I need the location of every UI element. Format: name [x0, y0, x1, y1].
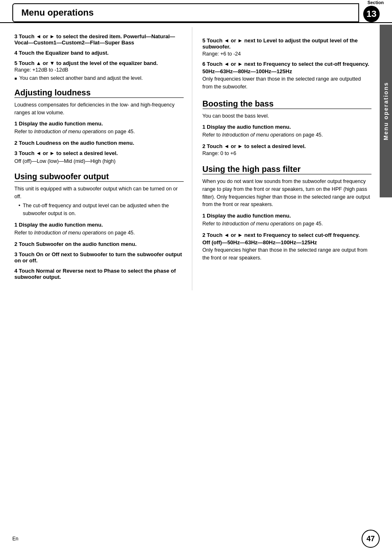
usw-step3: 3 Touch On or Off next to Subwoofer to t…	[14, 251, 184, 264]
usw-step4: 4 Touch Normal or Reverse next to Phase …	[14, 268, 184, 280]
sidebar-label-text: Menu operations	[383, 82, 389, 140]
bb-step1-refer: Introduction of menu operations	[222, 132, 294, 138]
bb-step2-heading: 2 Touch ◄ or ► to select a desired level…	[203, 143, 372, 149]
step-3-heading: 3 Touch ◄ or ► to select the desired ite…	[14, 33, 122, 39]
page: Menu operations Section 13 Menu operatio…	[0, 0, 392, 556]
bb-step1-heading: 1 Display the audio function menu.	[203, 124, 372, 130]
bb-step1-body: Refer to Introduction of menu operations…	[203, 131, 372, 139]
header-bar: Menu operations Section 13	[0, 0, 392, 23]
page-title: Menu operations	[12, 3, 359, 22]
al-step1: 1 Display the audio function menu. Refer…	[14, 120, 184, 136]
usw-bullet: The cut-off frequency and output level c…	[18, 202, 184, 218]
footer: En 47	[0, 530, 392, 548]
adjusting-loudness-heading: Adjusting loudness	[14, 88, 184, 98]
boosting-bass-heading: Boosting the bass	[203, 99, 372, 109]
using-subwoofer-body: This unit is equipped with a subwoofer o…	[14, 185, 184, 201]
step-5-bullet: You can then select another band and adj…	[14, 74, 184, 82]
rc-step6-heading: 6 Touch ◄ or ► next to Frequency to sele…	[203, 61, 372, 67]
usw-step4-heading: 4 Touch Normal or Reverse next to Phase …	[14, 268, 184, 280]
using-subwoofer-heading: Using subwoofer output	[14, 172, 184, 182]
rc-step6-body: Only frequencies lower than those in the…	[203, 75, 372, 91]
hpf-step2-body: Only frequencies higher than those in th…	[203, 246, 372, 262]
usw-step2: 2 Touch Subwoofer on the audio function …	[14, 241, 184, 247]
hpf-step1-heading: 1 Display the audio function menu.	[203, 213, 372, 219]
al-step3-heading: 3 Touch ◄ or ► to select a desired level…	[14, 150, 184, 156]
left-column: 3 Touch ◄ or ► to select the desired ite…	[0, 27, 192, 290]
hpf-step2-heading: 2 Touch ◄ or ► next to Frequency to sele…	[203, 232, 372, 238]
section-box: Section 13	[359, 0, 392, 22]
usw-step1: 1 Display the audio function menu. Refer…	[14, 222, 184, 237]
section-number: 13	[363, 6, 380, 22]
bb-step2-range: Range: 0 to +6	[203, 151, 372, 156]
step-4-equalizer: 4 Touch the Equalizer band to adjust.	[14, 50, 184, 56]
step-5-range: Range: +12dB to -12dB	[14, 67, 184, 73]
footer-page: 47	[362, 530, 380, 548]
sidebar-vertical-label: Menu operations	[380, 25, 392, 197]
al-step1-refer: Introduction of menu operations	[34, 129, 106, 134]
main-content: 3 Touch ◄ or ► to select the desired ite…	[0, 23, 392, 290]
adjusting-loudness-body: Loudness compensates for deficiencies in…	[14, 101, 184, 117]
al-step2-heading: 2 Touch Loudness on the audio function m…	[14, 140, 184, 146]
bb-step1: 1 Display the audio function menu. Refer…	[203, 124, 372, 139]
rc-step5-heading: 5 Touch ◄ or ► next to Level to adjust t…	[203, 37, 372, 50]
hpf-step1-body: Refer to Introduction of menu operations…	[203, 220, 372, 228]
footer-lang: En	[12, 536, 18, 542]
usw-step1-refer: Introduction of menu operations	[34, 230, 106, 236]
section-label: Section	[367, 0, 384, 5]
boosting-bass-body: You can boost the bass level.	[203, 112, 372, 120]
step-3-equalizer: 3 Touch ◄ or ► to select the desired ite…	[14, 33, 184, 46]
rc-step5-range: Range: +6 to -24	[203, 51, 372, 57]
hpf-step1-refer: Introduction of menu operations	[222, 221, 294, 227]
bb-step2: 2 Touch ◄ or ► to select a desired level…	[203, 143, 372, 156]
rc-step6-freq: 50Hz—63Hz—80Hz—100Hz—125Hz	[203, 68, 372, 74]
step-5-equalizer: 5 Touch ▲ or ▼ to adjust the level of th…	[14, 60, 184, 82]
hpf-body: When you do not want low sounds from the…	[203, 178, 372, 208]
al-step1-body: Refer to Introduction of menu operations…	[14, 128, 184, 136]
al-step3-body: Off (off)—Low (low)—Mid (mid)—High (high…	[14, 158, 184, 165]
al-step1-heading: 1 Display the audio function menu.	[14, 120, 184, 127]
step-5-heading: 5 Touch ▲ or ▼ to adjust the level of th…	[14, 60, 158, 66]
usw-step3-heading: 3 Touch On or Off next to Subwoofer to t…	[14, 251, 184, 264]
al-step2: 2 Touch Loudness on the audio function m…	[14, 140, 184, 146]
usw-step1-body: Refer to Introduction of menu operations…	[14, 229, 184, 237]
step-4-heading: 4 Touch the Equalizer band to adjust.	[14, 50, 108, 56]
usw-step2-heading: 2 Touch Subwoofer on the audio function …	[14, 241, 184, 247]
hpf-step2-freq: Off (off)—50Hz—63Hz—80Hz—100Hz—125Hz	[203, 239, 372, 246]
right-column: 5 Touch ◄ or ► next to Level to adjust t…	[192, 27, 392, 290]
hpf-step2: 2 Touch ◄ or ► next to Frequency to sele…	[203, 232, 372, 262]
rc-step5: 5 Touch ◄ or ► next to Level to adjust t…	[203, 37, 372, 57]
usw-step1-heading: 1 Display the audio function menu.	[14, 222, 184, 228]
hpf-step1: 1 Display the audio function menu. Refer…	[203, 213, 372, 228]
al-step3: 3 Touch ◄ or ► to select a desired level…	[14, 150, 184, 165]
rc-step6: 6 Touch ◄ or ► next to Frequency to sele…	[203, 61, 372, 91]
hpf-heading: Using the high pass filter	[203, 164, 372, 174]
